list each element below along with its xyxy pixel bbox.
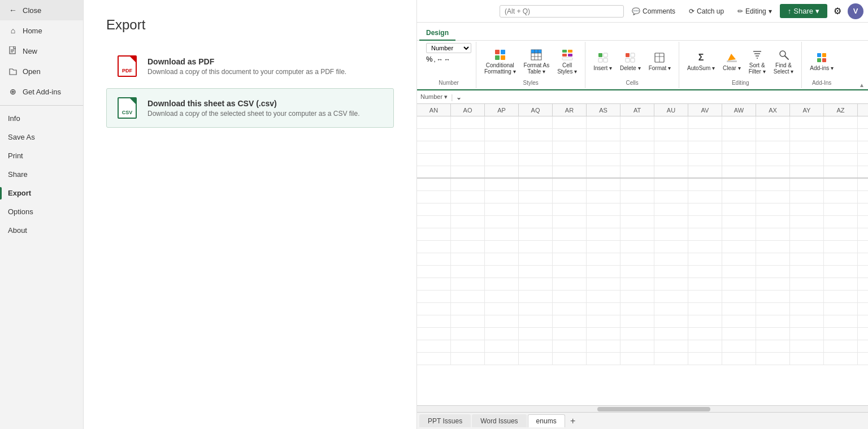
table-row[interactable] xyxy=(417,303,868,315)
table-row[interactable] xyxy=(417,266,868,278)
table-row[interactable] xyxy=(417,228,868,241)
cells-group-label: Cells xyxy=(626,80,639,87)
svg-rect-6 xyxy=(495,55,500,60)
number-format-select[interactable]: Number General Currency Date Percentage … xyxy=(426,43,471,53)
share-button[interactable]: ↑ Share ▾ xyxy=(780,4,827,18)
increase-decimal-icon: ↔ xyxy=(437,56,443,63)
col-header-as: AS xyxy=(587,104,620,116)
clear-label: Clear ▾ xyxy=(723,65,741,71)
catch-up-button[interactable]: ⟳ Catch up xyxy=(683,5,730,18)
format-button[interactable]: Format ▾ xyxy=(645,50,674,73)
table-row[interactable] xyxy=(417,191,868,203)
comments-button[interactable]: 💬 Comments xyxy=(626,5,681,18)
number-group-buttons: Number General Currency Date Percentage … xyxy=(426,43,471,80)
find-select-label: Find &Select ▾ xyxy=(774,62,794,75)
export-option-pdf-text: Download as PDF Download a copy of this … xyxy=(147,57,346,76)
svg-rect-19 xyxy=(598,53,602,57)
table-row[interactable] xyxy=(417,278,868,291)
sidebar-item-close[interactable]: ← Close xyxy=(0,0,83,20)
cells-group-buttons: Insert ▾ xyxy=(590,43,674,80)
sidebar-item-about[interactable]: About xyxy=(0,221,83,240)
col-header-au: AU xyxy=(654,104,688,116)
add-sheet-button[interactable]: + xyxy=(566,415,580,427)
sidebar-item-info[interactable]: Info xyxy=(0,109,83,128)
autosum-button[interactable]: Σ AutoSum ▾ xyxy=(684,50,718,73)
search-input[interactable] xyxy=(500,5,624,18)
ribbon-content: Number General Currency Date Percentage … xyxy=(417,41,868,89)
find-select-icon xyxy=(778,49,790,61)
svg-rect-7 xyxy=(501,55,505,60)
svg-rect-26 xyxy=(631,58,635,62)
svg-rect-37 xyxy=(817,53,821,57)
sidebar-item-save-as[interactable]: Save As xyxy=(0,128,83,146)
sidebar: ← Close ⌂ Home New Open ⊕ Get Add-ins In… xyxy=(0,0,84,429)
table-row[interactable] xyxy=(417,253,868,266)
sidebar-item-addins-label: Get Add-ins xyxy=(23,88,61,96)
table-row[interactable] xyxy=(417,328,868,340)
cell-styles-button[interactable]: CellStyles ▾ xyxy=(554,47,580,76)
sidebar-item-addins[interactable]: ⊕ Get Add-ins xyxy=(0,81,83,102)
table-row[interactable] xyxy=(417,179,868,191)
table-row[interactable] xyxy=(417,216,868,228)
add-ins-button[interactable]: Add-ins ▾ xyxy=(806,50,837,73)
grid-cell[interactable] xyxy=(417,116,451,128)
table-row[interactable] xyxy=(417,291,868,303)
table-row[interactable] xyxy=(417,129,868,141)
table-row[interactable] xyxy=(417,141,868,154)
table-row[interactable] xyxy=(417,241,868,253)
catch-up-icon: ⟳ xyxy=(689,7,695,15)
home-icon: ⌂ xyxy=(8,25,18,36)
sidebar-item-share[interactable]: Share xyxy=(0,165,83,184)
settings-button[interactable]: ⚙ xyxy=(830,3,845,19)
sidebar-item-save-as-label: Save As xyxy=(8,133,35,141)
sidebar-item-options[interactable]: Options xyxy=(0,202,83,221)
table-row[interactable] xyxy=(417,353,868,365)
settings-icon: ⚙ xyxy=(834,6,841,16)
table-row[interactable] xyxy=(417,203,868,216)
delete-button[interactable]: Delete ▾ xyxy=(617,50,644,73)
ribbon-collapse-icon[interactable]: ▲ xyxy=(859,82,865,88)
export-option-csv[interactable]: CSV Download this sheet as CSV (.csv) Do… xyxy=(106,88,394,128)
col-header-ar: AR xyxy=(553,104,587,116)
find-select-button[interactable]: Find &Select ▾ xyxy=(770,47,797,76)
table-row[interactable] xyxy=(417,166,868,179)
sidebar-item-open[interactable]: Open xyxy=(0,61,83,81)
table-row[interactable] xyxy=(417,116,868,129)
comments-icon: 💬 xyxy=(632,7,640,15)
avatar-letter: V xyxy=(853,7,858,15)
table-row[interactable] xyxy=(417,154,868,166)
scrollbar-thumb[interactable] xyxy=(597,407,710,411)
clear-button[interactable]: Clear ▾ xyxy=(719,50,744,73)
table-row[interactable] xyxy=(417,340,868,353)
sidebar-item-share-label: Share xyxy=(8,170,28,179)
sidebar-item-info-label: Info xyxy=(8,114,20,123)
sidebar-item-print[interactable]: Print xyxy=(0,146,83,165)
addins-group-label: Add-Ins xyxy=(812,80,831,87)
table-row[interactable] xyxy=(417,315,868,328)
sidebar-item-options-label: Options xyxy=(8,207,33,216)
number-label: Number ▾ xyxy=(420,93,448,101)
conditional-formatting-button[interactable]: ConditionalFormatting ▾ xyxy=(481,47,519,76)
sidebar-item-export[interactable]: Export xyxy=(0,184,83,202)
sheet-tab-word-issues[interactable]: Word Issues xyxy=(472,414,526,427)
sidebar-item-home[interactable]: ⌂ Home xyxy=(0,20,83,41)
ribbon-group-cells: Insert ▾ xyxy=(585,42,679,88)
sort-filter-button[interactable]: Sort &Filter ▾ xyxy=(745,47,769,76)
expand-formula-icon[interactable]: ⌄ xyxy=(456,93,462,101)
cell-styles-label: CellStyles ▾ xyxy=(557,62,577,75)
svg-rect-15 xyxy=(568,50,572,53)
sheet-tab-enums[interactable]: enums xyxy=(528,414,565,427)
editing-button[interactable]: ✏ Editing ▾ xyxy=(732,5,778,18)
export-option-pdf[interactable]: PDF Download as PDF Download a copy of t… xyxy=(106,46,394,86)
insert-button[interactable]: Insert ▾ xyxy=(590,50,615,73)
csv-icon: CSV xyxy=(116,97,138,119)
sheet-tab-ppt-issues[interactable]: PPT Issues xyxy=(419,414,471,427)
format-as-table-button[interactable]: Format AsTable ▾ xyxy=(520,47,553,76)
excel-panel: 💬 Comments ⟳ Catch up ✏ Editing ▾ ↑ Shar… xyxy=(417,0,868,429)
number-group-label: Number xyxy=(439,80,459,87)
pdf-icon: PDF xyxy=(116,55,138,77)
horizontal-scrollbar[interactable] xyxy=(417,405,868,412)
svg-rect-22 xyxy=(604,58,607,62)
tab-design[interactable]: Design xyxy=(419,25,455,40)
sidebar-item-new[interactable]: New xyxy=(0,41,83,61)
